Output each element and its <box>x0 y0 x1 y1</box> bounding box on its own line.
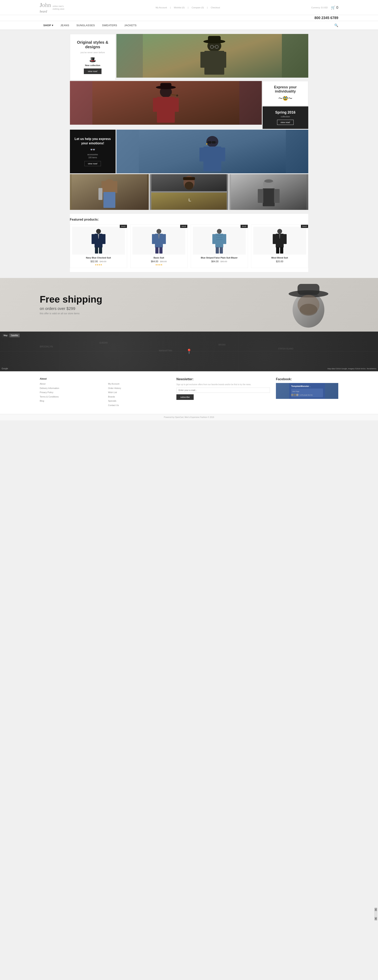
svg-rect-16 <box>157 97 175 123</box>
footer-newsletter-column: Newsletter: Sign up to get exclusive off… <box>176 377 270 408</box>
svg-point-31 <box>206 143 207 145</box>
wishlist-link[interactable]: Wishlist (0) <box>174 6 185 9</box>
map-tab-satellite[interactable]: Satellite <box>10 334 20 337</box>
bottom-footer-text: Powered by OpenCart, Men's Expensive Fas… <box>164 416 214 418</box>
third-row: Let us help you express your emotions! 👓… <box>70 130 308 173</box>
footer-facebook-column: Facebook: TemplateMonster . Like Page 3,… <box>276 377 338 408</box>
hero-view-now-button[interactable]: view now! <box>84 68 101 74</box>
svg-point-48 <box>265 180 273 183</box>
footer-wishlist-link[interactable]: Wish List <box>108 391 171 394</box>
products-grid: sale Navy Blue Checked Suit $ <box>70 224 308 268</box>
hero-image-svg <box>116 34 308 78</box>
svg-rect-25 <box>221 148 225 161</box>
shipping-subtext: this offer is valid on all our store ite… <box>40 312 189 315</box>
map-tab-map[interactable]: Map <box>2 334 9 337</box>
svg-point-59 <box>156 229 161 234</box>
spring-collection-box: Spring 2016 collection view now! <box>263 107 308 129</box>
compare-link[interactable]: Compare (0) <box>191 6 204 9</box>
nav-shop[interactable]: Shop ▾ <box>40 21 57 30</box>
svg-rect-100 <box>291 388 323 397</box>
search-icon[interactable]: 🔍 <box>334 24 338 27</box>
shipping-title: Free shipping <box>40 294 189 305</box>
footer-account-title <box>108 377 171 380</box>
svg-rect-69 <box>223 234 226 244</box>
separator: | <box>170 6 171 9</box>
star-rating-2: ★★★★ <box>132 264 185 266</box>
svg-rect-78 <box>284 234 287 244</box>
shipping-subtitle: on orders over $299 <box>40 306 189 311</box>
shipping-man-image <box>259 278 358 332</box>
footer-terms-link[interactable]: Terms & Conditions <box>40 395 102 399</box>
svg-rect-34 <box>101 181 117 193</box>
svg-rect-15 <box>160 83 171 88</box>
nav-jeans[interactable]: Jeans <box>57 21 73 30</box>
svg-point-104 <box>296 394 298 396</box>
product-card-2: sale Basic Suit $64.00 $80.00 <box>130 224 188 268</box>
spring-view-now-button[interactable]: view now! <box>277 120 293 125</box>
footer-privacy-link[interactable]: Privacy Policy <box>40 391 102 394</box>
footer-about-title: About <box>40 377 102 380</box>
map-section: Map Satellite 📍 BROOKLYN QUEENS MANHATTA… <box>0 332 378 371</box>
svg-rect-56 <box>95 247 98 253</box>
footer-account-column: My Account Order History Wish List Brand… <box>108 377 171 408</box>
currency-cart-area: Currency: $ USD 🛒 0 <box>311 5 338 10</box>
nav-jackets[interactable]: Jackets <box>121 21 140 30</box>
svg-rect-84 <box>298 284 319 295</box>
footer-delivery-link[interactable]: Delivery Information <box>40 387 102 390</box>
footer-orderhistory-link[interactable]: Order History <box>108 387 171 390</box>
footer-about-column: About About Delivery Information Privacy… <box>40 377 102 408</box>
my-account-link[interactable]: My Account <box>156 6 167 9</box>
logo-tagline: online men's clothing store <box>53 5 64 11</box>
third-row-svg <box>116 130 308 173</box>
accessories-view-now-button[interactable]: view now! <box>85 161 101 166</box>
subscribe-button[interactable]: subscribe <box>176 394 194 400</box>
svg-rect-62 <box>163 234 166 244</box>
svg-rect-64 <box>159 247 163 253</box>
second-right-column: Express your individuality 〜🥸〜 Spring 20… <box>263 81 308 129</box>
accessories-count: 100 items <box>88 156 97 159</box>
currency-selector[interactable]: Currency: $ USD <box>311 6 328 9</box>
product-image-1 <box>72 227 125 255</box>
newsletter-email-input[interactable] <box>176 388 270 393</box>
svg-point-66 <box>217 229 222 234</box>
svg-rect-24 <box>199 148 204 161</box>
cart-icon[interactable]: 🛒 0 <box>331 5 338 10</box>
svg-rect-61 <box>152 234 155 244</box>
nav-sweaters[interactable]: Sweaters <box>99 21 121 30</box>
svg-point-75 <box>277 229 282 234</box>
shipping-text: Free shipping on orders over $299 this o… <box>40 294 189 316</box>
hero-title: Original styles & designs <box>74 40 112 49</box>
svg-point-20 <box>176 94 178 97</box>
svg-rect-68 <box>212 234 215 244</box>
footer-blog-link[interactable]: Blog <box>40 399 102 403</box>
svg-rect-79 <box>276 247 279 253</box>
svg-rect-27 <box>212 141 215 143</box>
map-attribution: Map data ©2016 Google, Imagery ©2016 NAS… <box>327 368 376 370</box>
featured-products-section: Featured products: sale <box>70 214 308 272</box>
top-nav-links: My Account | Wishlist (0) | Compare (0) … <box>156 6 220 9</box>
product-card-3: sale Blue Striped Fals <box>191 224 248 268</box>
express-individuality-box: Express your individuality 〜🥸〜 <box>263 81 308 106</box>
svg-rect-40 <box>183 177 195 180</box>
main-content: Original styles & designs you've never s… <box>70 30 308 276</box>
svg-rect-35 <box>103 192 115 208</box>
svg-point-102 <box>291 394 293 396</box>
svg-rect-7 <box>208 36 221 42</box>
express-title: Express your individuality <box>267 85 304 94</box>
footer-brands-link[interactable]: Brands <box>108 395 171 399</box>
checkout-link[interactable]: Checkout <box>211 6 220 9</box>
accessories-title: Let us help you express your emotions! <box>74 137 112 146</box>
footer-about-link[interactable]: About <box>40 382 102 386</box>
footer-myaccount-link[interactable]: My Account <box>108 382 171 386</box>
footer-grid: About About Delivery Information Privacy… <box>40 377 338 408</box>
product-price-2: $64.00 $80.00 <box>132 260 185 263</box>
second-row-svg <box>70 81 262 125</box>
logo-area: J o hn online men's clothing store beard <box>40 2 64 13</box>
footer-contact-link[interactable]: Contact Us <box>108 404 171 407</box>
product-name-1: Navy Blue Checked Suit <box>72 256 125 259</box>
svg-rect-5 <box>221 52 226 68</box>
bottom-footer: Powered by OpenCart, Men's Expensive Fas… <box>0 414 378 420</box>
footer-specials-link[interactable]: Specials <box>108 399 171 403</box>
svg-rect-23 <box>203 146 221 171</box>
nav-sunglasses[interactable]: Sunglasses <box>73 21 99 30</box>
